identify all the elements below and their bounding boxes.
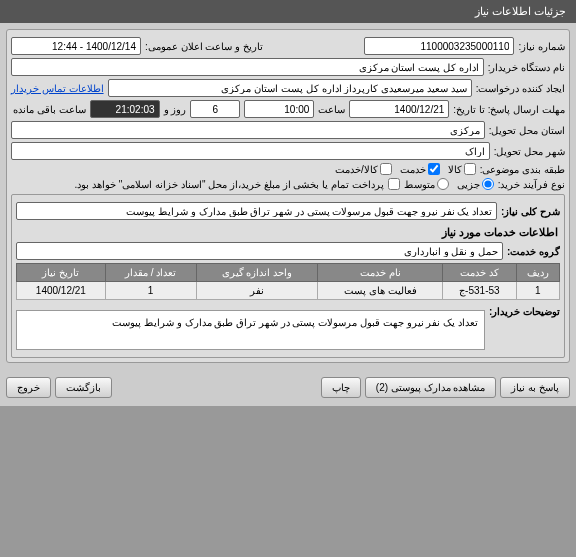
- footer-bar: پاسخ به نیاز مشاهده مدارک پیوستی (2) چاپ…: [0, 369, 576, 406]
- window-titlebar: جزئیات اطلاعات نیاز: [0, 0, 576, 23]
- cell-name: فعالیت های پست: [318, 282, 443, 300]
- table-row[interactable]: 1 531-53-ج فعالیت های پست نفر 1 1400/12/…: [17, 282, 560, 300]
- general-desc-label: شرح کلی نیاز:: [501, 206, 560, 217]
- requester-label: ایجاد کننده درخواست:: [476, 83, 565, 94]
- requester-input[interactable]: [108, 79, 472, 97]
- th-row: ردیف: [516, 264, 560, 282]
- pt-note-check[interactable]: [388, 178, 400, 190]
- class-opt-goods[interactable]: کالا: [448, 163, 476, 175]
- pt-note-text: پرداخت تمام یا بخشی از مبلغ خرید،از محل …: [74, 179, 383, 190]
- province-label: استان محل تحویل:: [489, 125, 565, 136]
- cell-date: 1400/12/21: [17, 282, 106, 300]
- svc-group-label: گروه خدمت:: [507, 246, 560, 257]
- need-number-label: شماره نیاز:: [518, 41, 565, 52]
- remain-label: ساعت باقی مانده: [13, 104, 86, 115]
- print-button[interactable]: چاپ: [321, 377, 361, 398]
- deadline-time-input[interactable]: [244, 100, 314, 118]
- class-label: طبقه بندی موضوعی:: [480, 164, 565, 175]
- remain-time-input: [90, 100, 160, 118]
- th-date: تاریخ نیاز: [17, 264, 106, 282]
- exit-button[interactable]: خروج: [6, 377, 51, 398]
- class-opt-service-text: خدمت: [400, 164, 426, 175]
- need-number-input[interactable]: [364, 37, 514, 55]
- announce-input[interactable]: [11, 37, 141, 55]
- pt-opt-medium[interactable]: متوسط: [404, 178, 449, 190]
- cell-unit: نفر: [196, 282, 318, 300]
- general-desc-input[interactable]: [16, 202, 497, 220]
- pt-opt-medium-text: متوسط: [404, 179, 435, 190]
- class-opt-service[interactable]: خدمت: [400, 163, 440, 175]
- deadline-label: مهلت ارسال پاسخ: تا تاریخ:: [453, 104, 565, 115]
- province-input[interactable]: [11, 121, 485, 139]
- announce-label: تاریخ و ساعت اعلان عمومی:: [145, 41, 263, 52]
- cell-qty: 1: [105, 282, 196, 300]
- time-label-1: ساعت: [318, 104, 345, 115]
- details-panel: شماره نیاز: تاریخ و ساعت اعلان عمومی: نا…: [6, 29, 570, 363]
- city-label: شهر محل تحویل:: [494, 146, 565, 157]
- back-button[interactable]: بازگشت: [55, 377, 112, 398]
- respond-button[interactable]: پاسخ به نیاز: [500, 377, 570, 398]
- deadline-date-input[interactable]: [349, 100, 449, 118]
- purchase-type-label: نوع فرآیند خرید:: [498, 179, 565, 190]
- contact-link[interactable]: اطلاعات تماس خریدار: [11, 83, 104, 94]
- pt-opt-partial-text: جزیی: [457, 179, 480, 190]
- buyer-note-box: تعداد یک نفر نیرو جهت قبول مرسولات پستی …: [16, 310, 485, 350]
- class-opt-both[interactable]: کالا/خدمت: [335, 163, 392, 175]
- services-info-heading: اطلاعات خدمات مورد نیاز: [18, 226, 558, 239]
- th-name: نام خدمت: [318, 264, 443, 282]
- class-opt-both-text: کالا/خدمت: [335, 164, 378, 175]
- buyer-note-label: توضیحات خریدار:: [489, 306, 560, 317]
- cell-row: 1: [516, 282, 560, 300]
- days-label: روز و: [164, 104, 187, 115]
- buyer-label: نام دستگاه خریدار:: [488, 62, 565, 73]
- cell-code: 531-53-ج: [443, 282, 516, 300]
- buyer-input[interactable]: [11, 58, 484, 76]
- attachments-button[interactable]: مشاهده مدارک پیوستی (2): [365, 377, 497, 398]
- city-input[interactable]: [11, 142, 490, 160]
- th-unit: واحد اندازه گیری: [196, 264, 318, 282]
- svc-group-input[interactable]: [16, 242, 503, 260]
- th-code: کد خدمت: [443, 264, 516, 282]
- th-qty: تعداد / مقدار: [105, 264, 196, 282]
- services-table: ردیف کد خدمت نام خدمت واحد اندازه گیری ت…: [16, 263, 560, 300]
- pt-opt-partial[interactable]: جزیی: [457, 178, 494, 190]
- class-opt-goods-text: کالا: [448, 164, 462, 175]
- days-input[interactable]: [190, 100, 240, 118]
